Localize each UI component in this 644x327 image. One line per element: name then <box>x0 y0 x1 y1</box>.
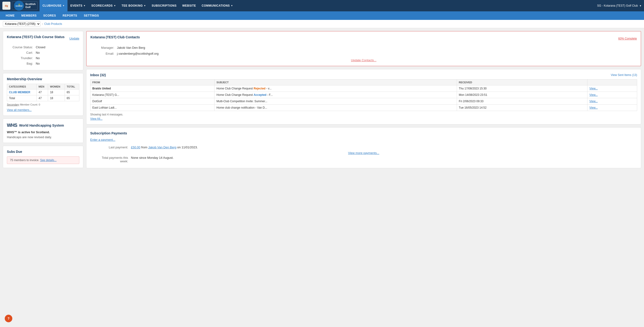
inbox-received-4: Tue 16/05/2023 14:52 <box>457 105 587 111</box>
col-from: FROM <box>90 79 214 85</box>
subscription-payments-card: Subscription Payments Enter a payment...… <box>86 127 641 168</box>
membership-title: Membership Overview <box>7 77 79 81</box>
contacts-title: Kotarana (TEST) Club Contacts <box>90 35 140 39</box>
chevron-down-icon: ▼ <box>114 4 116 7</box>
status-value-trundler: No <box>36 56 40 60</box>
complete-badge[interactable]: 60% Complete <box>618 37 637 40</box>
inbox-received-2: Mon 14/08/2023 23:51 <box>457 92 587 98</box>
inbox-subject-3: Multi-Club Competition Invite: Summer... <box>214 98 457 105</box>
main-content: Kotarana (TEST) Club Course Status Updat… <box>0 28 644 171</box>
update-contacts-link[interactable]: Update Contacts... <box>90 58 637 62</box>
inbox-subject-2: Home Club Change Request Accepted - F... <box>214 92 457 98</box>
course-status-card: Kotarana (TEST) Club Course Status Updat… <box>3 31 83 70</box>
col-received: RECEIVED <box>457 79 587 85</box>
payment-person-link[interactable]: Jakob Van Den Berg <box>148 146 176 149</box>
status-label-bag: Bag: <box>7 62 33 65</box>
inbox-from-3: DotGolf <box>90 98 214 105</box>
view-more-payments-link[interactable]: View more payments... <box>90 151 637 155</box>
scottish-golf-logo[interactable]: Scottish ⛳ ScottishGolf <box>12 1 38 10</box>
svg-text:⛳: ⛳ <box>18 3 20 5</box>
manager-value: Jakob Van Den Berg <box>117 46 145 49</box>
course-status-table: Course Status: Closed Cart: No Trundler:… <box>7 44 79 66</box>
last-payment-row: Last payment: £50.00 from Jakob Van Den … <box>90 144 637 150</box>
email-value: j.vandenberg@scottishgolf.org <box>117 52 159 55</box>
inbox-row-3: DotGolf Multi-Club Competition Invite: S… <box>90 98 637 105</box>
inbox-row-1: Braids United Home Club Change Request R… <box>90 85 637 92</box>
inbox-table: FROM SUBJECT RECEIVED Braids United Home… <box>90 79 637 111</box>
inbox-view-link-1[interactable]: View... <box>589 87 598 90</box>
col-men: MEN <box>36 84 48 89</box>
whs-badge: WHS <box>7 123 17 128</box>
nav-item-subscriptions[interactable]: SUBSCRIPTIONS <box>149 0 179 11</box>
secondary-member-link[interactable]: Secondary <box>7 103 20 106</box>
sub-nav-reports[interactable]: REPORTS <box>60 11 81 20</box>
email-label: Email: <box>95 52 114 55</box>
top-nav: dg Scottish ⛳ ScottishGolf CLUBHOUSE ▼ E… <box>0 0 644 11</box>
col-total: TOTAL <box>65 84 79 89</box>
inbox-view-link-2[interactable]: View... <box>589 93 598 96</box>
inbox-subject-4: Home club change notification - Van D... <box>214 105 457 111</box>
nav-item-website[interactable]: WEBSITE <box>180 0 199 11</box>
status-label: Course Status: <box>7 45 33 49</box>
status-row-cart: Cart: No <box>7 50 79 55</box>
inbox-view-link-3[interactable]: View... <box>589 100 598 103</box>
right-column: Kotarana (TEST) Club Contacts 60% Comple… <box>86 31 641 168</box>
inbox-subject-1: Home Club Change Request Rejected - v... <box>214 85 457 92</box>
inbox-title: Inbox (32) <box>90 73 106 77</box>
contacts-manager-row: Manager: Jakob Van Den Berg <box>90 45 637 51</box>
nav-item-clubhouse[interactable]: CLUBHOUSE ▼ <box>40 0 68 11</box>
view-sent-link[interactable]: View Sent Items (13) <box>611 73 637 77</box>
club-select[interactable]: Kotarana (TEST) (2705) <box>3 21 40 26</box>
main-nav-items: CLUBHOUSE ▼ EVENTS ▼ SCORECARDS ▼ TEE BO… <box>40 0 597 11</box>
dotgolf-logo: dg <box>2 2 10 10</box>
nav-item-tee-booking[interactable]: TEE BOOKING ▼ <box>119 0 149 11</box>
last-payment-value: £50.00 from Jakob Van Den Berg on 11/01/… <box>131 146 198 149</box>
sub-nav-home[interactable]: HOME <box>2 11 18 20</box>
total-payments-row: Total payments this week: None since Mon… <box>90 155 637 164</box>
payment-amount-link[interactable]: £50.00 <box>131 146 140 149</box>
inbox-row-2: Kotarana (TEST) G... Home Club Change Re… <box>90 92 637 98</box>
nav-right-club[interactable]: SG - Kotarana (TEST) Golf Club ▼ <box>597 4 642 7</box>
club-products-link[interactable]: Club Products <box>44 22 62 25</box>
breadcrumb-separator: › <box>42 22 43 25</box>
status-value-bag: No <box>36 62 40 65</box>
category-club-member[interactable]: CLUB MEMBER <box>7 89 37 95</box>
nav-item-communications[interactable]: COMMUNICATIONS ▼ <box>199 0 236 11</box>
last-payment-label: Last payment: <box>95 146 128 149</box>
enter-payment-link[interactable]: Enter a payment... <box>90 138 115 141</box>
total-count: 65 <box>65 89 79 95</box>
status-row-bag: Bag: No <box>7 61 79 66</box>
total-payments-label: Total payments this week: <box>95 156 128 163</box>
whs-active-text: WHS™ is active for Scotland. <box>7 130 79 134</box>
see-details-link[interactable]: See details... <box>40 159 56 162</box>
total-men: 47 <box>36 95 48 101</box>
status-row-trundler: Trundler: No <box>7 55 79 61</box>
view-all-inbox-link[interactable]: View All... <box>90 117 637 120</box>
total-women: 18 <box>48 95 65 101</box>
inbox-header: Inbox (32) View Sent Items (13) <box>90 73 637 77</box>
table-row: CLUB MEMBER 47 18 65 <box>7 89 79 95</box>
women-count: 18 <box>48 89 65 95</box>
sub-nav-settings[interactable]: SETTINGS <box>80 11 102 20</box>
sub-nav-scores[interactable]: SCORES <box>40 11 60 20</box>
whs-header: WHS World Handicapping System <box>7 123 79 128</box>
whs-card: WHS World Handicapping System WHS™ is ac… <box>3 119 83 143</box>
chevron-down-icon: ▼ <box>639 4 642 7</box>
grand-total: 65 <box>65 95 79 101</box>
view-all-members-link[interactable]: View all members... <box>7 108 79 112</box>
nav-item-events[interactable]: EVENTS ▼ <box>68 0 88 11</box>
left-column: Kotarana (TEST) Club Course Status Updat… <box>3 31 83 168</box>
inbox-card: Inbox (32) View Sent Items (13) FROM SUB… <box>86 69 641 124</box>
update-course-link[interactable]: Update <box>69 37 79 40</box>
subs-due-card: Subs Due 75 members to invoice. See deta… <box>3 146 83 168</box>
sub-nav-members[interactable]: MEMBERS <box>18 11 40 20</box>
status-value-cart: No <box>36 51 40 54</box>
sg-circle-logo: Scottish ⛳ <box>14 1 24 11</box>
membership-table: CATEGORIES MEN WOMEN TOTAL CLUB MEMBER 4… <box>7 84 79 101</box>
status-label-trundler: Trundler: <box>7 56 33 60</box>
total-payments-value: None since Monday 14 August. <box>131 156 174 163</box>
nav-item-scorecards[interactable]: SCORECARDS ▼ <box>88 0 119 11</box>
table-row-total: Total 47 18 65 <box>7 95 79 101</box>
inbox-view-link-4[interactable]: View... <box>589 106 598 109</box>
category-total: Total <box>7 95 37 101</box>
